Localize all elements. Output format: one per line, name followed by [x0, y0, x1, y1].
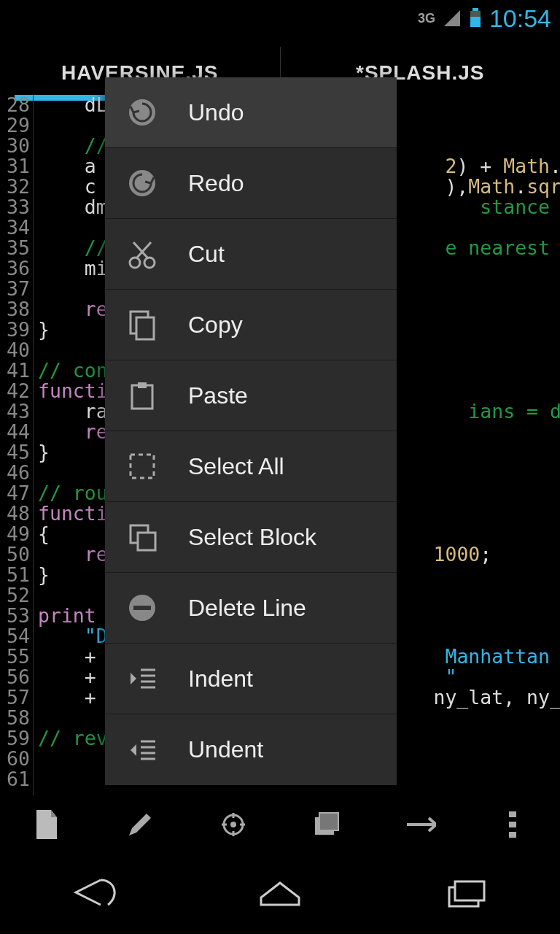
tabs-button[interactable] [305, 803, 349, 846]
undent-icon [125, 733, 159, 767]
menu-item-indent[interactable]: Indent [105, 644, 397, 714]
home-button[interactable] [251, 874, 309, 914]
svg-rect-12 [138, 382, 147, 388]
nav-bar [0, 854, 560, 934]
svg-rect-11 [132, 385, 152, 409]
menu-item-selectall[interactable]: Select All [105, 431, 397, 502]
menu-item-paste[interactable]: Paste [105, 360, 397, 431]
svg-rect-10 [136, 317, 154, 339]
menu-label: Redo [188, 170, 244, 197]
menu-item-deleteline[interactable]: Delete Line [105, 573, 397, 644]
menu-label: Indent [188, 665, 253, 692]
menu-label: Delete Line [188, 595, 306, 622]
more-button[interactable] [491, 803, 535, 846]
signal-icon [443, 9, 462, 28]
menu-item-cut[interactable]: Cut [105, 219, 397, 290]
svg-point-6 [144, 258, 155, 268]
svg-rect-33 [319, 813, 338, 830]
clock: 10:54 [489, 4, 551, 33]
select-all-icon [125, 449, 159, 483]
edit-button[interactable] [118, 803, 162, 846]
svg-rect-35 [509, 822, 516, 827]
menu-item-undo[interactable]: Undo [105, 77, 397, 148]
select-block-icon [125, 520, 159, 554]
menu-item-copy[interactable]: Copy [105, 290, 397, 360]
svg-rect-17 [133, 606, 151, 610]
svg-rect-34 [509, 811, 516, 817]
back-button[interactable] [64, 874, 122, 914]
svg-line-7 [136, 242, 151, 258]
menu-label: Select Block [188, 524, 316, 551]
menu-item-redo[interactable]: Redo [105, 148, 397, 219]
svg-rect-1 [472, 8, 478, 11]
menu-label: Cut [188, 241, 225, 268]
run-button[interactable] [398, 803, 442, 846]
cut-icon [125, 237, 159, 271]
menu-item-selectblock[interactable]: Select Block [105, 502, 397, 573]
svg-point-27 [230, 822, 236, 827]
svg-rect-15 [138, 533, 155, 550]
menu-item-undent[interactable]: Undent [105, 714, 397, 785]
delete-line-icon [125, 591, 159, 625]
svg-line-8 [133, 242, 148, 258]
svg-rect-38 [455, 881, 484, 900]
svg-rect-13 [131, 455, 154, 478]
svg-rect-2 [470, 11, 481, 17]
network-3g-icon: 3G [418, 11, 435, 26]
menu-label: Undo [188, 99, 244, 126]
file-button[interactable] [25, 803, 69, 846]
menu-label: Select All [188, 453, 284, 480]
indent-icon [125, 662, 159, 695]
toolbar [0, 795, 560, 854]
line-gutter: 2829303132333435363738394041424344454647… [0, 95, 34, 795]
menu-label: Copy [188, 312, 243, 339]
battery-icon [469, 8, 482, 28]
copy-icon [125, 308, 159, 341]
find-button[interactable] [211, 803, 255, 846]
menu-label: Paste [188, 382, 248, 409]
context-menu: UndoRedoCutCopyPasteSelect AllSelect Blo… [105, 77, 397, 785]
svg-rect-36 [509, 832, 516, 838]
svg-point-5 [130, 258, 140, 268]
recents-button[interactable] [438, 874, 496, 914]
paste-icon [125, 379, 159, 412]
menu-label: Undent [188, 736, 263, 763]
redo-icon [125, 166, 159, 200]
status-bar: 3G 10:54 [0, 0, 560, 36]
undo-icon [125, 96, 159, 129]
